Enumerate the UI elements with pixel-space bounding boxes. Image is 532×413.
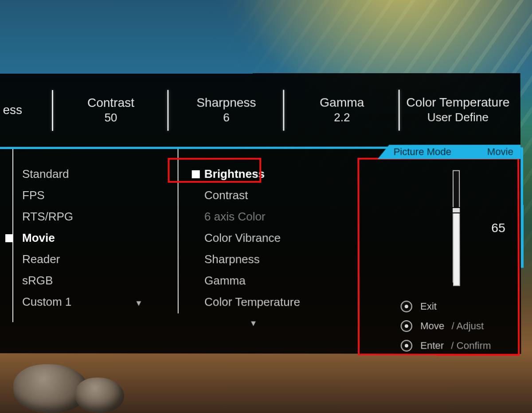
joystick-icon [401, 340, 412, 351]
selection-marker-icon [192, 170, 200, 178]
selection-marker-icon [5, 234, 13, 242]
summary-bar: ess Contrast 50 Sharpness 6 Gamma 2.2 Co… [0, 73, 520, 149]
mode-item-standard[interactable]: Standard [22, 163, 191, 185]
mode-item-movie[interactable]: Movie [22, 227, 191, 248]
hint-enter: Enter / Confirm [401, 336, 521, 356]
picture-mode-value: Movie [487, 146, 513, 157]
setting-item-sharpness[interactable]: Sharpness [204, 248, 391, 270]
picture-mode-label: Picture Mode [394, 146, 452, 157]
setting-item-brightness[interactable]: Brightness [204, 163, 391, 185]
summary-item-brightness-partial: ess [0, 103, 53, 117]
picture-mode-tab: Picture Mode Movie [377, 145, 520, 159]
mode-item-srgb[interactable]: sRGB [22, 270, 191, 291]
summary-item-color-temperature: Color Temperature User Define [400, 95, 516, 125]
hint-exit: Exit [401, 297, 521, 316]
accent-edge [520, 147, 524, 267]
picture-settings-list: Brightness Contrast 6 axis Color Color V… [191, 163, 392, 353]
setting-item-6-axis-color: 6 axis Color [204, 206, 391, 227]
brightness-slider[interactable]: 65 [407, 170, 505, 286]
summary-item-contrast: Contrast 50 [53, 96, 168, 125]
setting-item-gamma[interactable]: Gamma [204, 270, 391, 291]
slider-fill [454, 211, 459, 285]
chevron-down-icon: ▼ [135, 299, 143, 307]
summary-item-gamma: Gamma 2.2 [284, 95, 400, 125]
slider-value: 65 [491, 221, 505, 235]
mode-item-custom-1[interactable]: Custom 1 ▼ [22, 291, 191, 314]
slider-track [452, 170, 460, 286]
button-hints: Exit Move / Adjust Enter / Confirm [391, 297, 521, 356]
slider-thumb[interactable] [452, 207, 461, 213]
joystick-icon [401, 320, 412, 332]
joystick-icon [401, 301, 412, 312]
setting-item-color-vibrance[interactable]: Color Vibrance [204, 227, 391, 248]
mode-item-fps[interactable]: FPS [22, 185, 191, 206]
mode-item-rts-rpg[interactable]: RTS/RPG [22, 206, 191, 227]
osd-panel: ess Contrast 50 Sharpness 6 Gamma 2.2 Co… [0, 73, 521, 354]
rocks [13, 351, 146, 413]
osd-body: Standard FPS RTS/RPG Movie Reader sRGB [0, 149, 521, 352]
picture-mode-list: Standard FPS RTS/RPG Movie Reader sRGB [0, 163, 191, 352]
mode-item-reader[interactable]: Reader [22, 248, 191, 270]
summary-item-sharpness: Sharpness 6 [168, 95, 284, 124]
hint-move: Move / Adjust [401, 316, 521, 336]
value-panel: 65 Exit Move / Adjust Enter / Confirm [391, 163, 521, 352]
setting-item-contrast[interactable]: Contrast [204, 185, 391, 206]
chevron-down-icon: ▼ [209, 313, 298, 334]
setting-item-color-temperature[interactable]: Color Temperature ▼ [204, 291, 392, 334]
